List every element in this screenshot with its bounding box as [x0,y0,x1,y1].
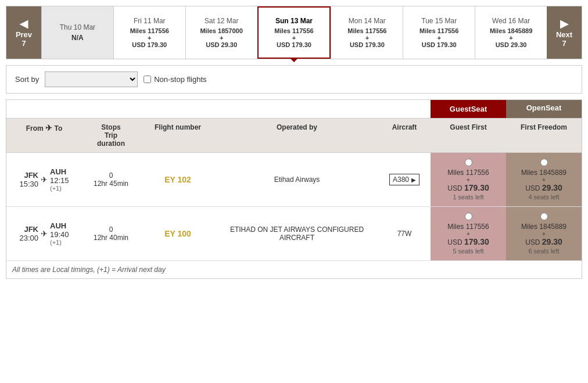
flight-num-1[interactable]: EY 102 [164,175,191,184]
duration-2: 12hr 40min [85,234,137,242]
open-usd-1: 29.30 [542,183,562,192]
date-sun13-label: Sun 13 Mar [275,17,313,25]
play-icon-1: ▶ [411,177,416,183]
date-cell-thu10[interactable]: Thu 10 Mar N/A [41,6,113,59]
guest-price-cell-1[interactable]: Miles 117556 + USD 179.30 1 seats left [431,153,506,206]
to-time-1: 12:15 [50,176,69,185]
operated-by-cell-1: Etihad Airways [216,171,378,188]
nonstop-label: Non-stop flights [154,75,206,84]
footnote: All times are Local timings, (+1) = Arri… [6,261,582,278]
date-wed16-price: Miles 1845889 + USD 29.30 [490,27,532,48]
date-mon14-label: Mon 14 Mar [349,17,386,25]
plus-2: + [434,231,503,237]
flight-number-cell-1: EY 102 [140,170,216,189]
date-fri11-price: Miles 117556 + USD 179.30 [130,27,169,48]
guest-usd-2: 179.30 [464,237,489,246]
header-operated-by: Operated by [216,119,378,152]
open-price-radio-1[interactable] [540,159,548,166]
prev-num: 7 [21,39,26,48]
departure-info-2: JFK 23:00 [19,225,38,242]
next-button[interactable]: ▶ Next 7 [547,6,582,59]
date-tue15-label: Tue 15 Mar [421,17,457,25]
aircraft-code-2: 77W [397,230,412,238]
header-from-to: From ✈ To [6,119,82,152]
departure-info-1: JFK 15:30 [19,171,38,188]
prev-arrow-icon: ◀ [20,17,28,30]
aircraft-badge-1[interactable]: A380 ▶ [389,174,420,185]
open-price-radio-2[interactable] [540,213,548,220]
flight-row-2: JFK 23:00 ✈ AUH 19:40 (+1) 0 12hr 40min … [6,207,582,261]
guest-seat-header: GuestSeat [431,100,506,118]
next-day-1: (+1) [50,185,69,192]
open-miles-2: Miles 1845889 [510,223,578,231]
header-guest-first: Guest First [431,119,506,152]
from-time-2: 23:00 [19,234,38,242]
date-tue15-price: Miles 117556 + USD 179.30 [420,27,458,48]
guest-seats-1: 1 seats left [434,194,503,201]
open-miles-1: Miles 1845889 [510,169,578,177]
header-aircraft: Aircraft [378,119,431,152]
sort-by-select[interactable] [45,71,138,87]
header-flight-number: Flight number [140,119,216,152]
plane-icon-2: ✈ [41,229,48,238]
guest-seats-2: 5 seats left [434,248,503,255]
guest-price-cell-2[interactable]: Miles 117556 + USD 179.30 5 seats left [431,207,506,260]
prev-button[interactable]: ◀ Prev 7 [6,6,41,59]
open-seat-header: OpenSeat [506,100,582,118]
flight-table: GuestSeat OpenSeat From ✈ To Stops Trip … [6,99,582,279]
next-label: Next [556,30,572,39]
date-wed16-label: Wed 16 Mar [492,17,530,25]
plus-open-1: + [510,177,578,183]
date-fri11-label: Fri 11 Mar [134,17,166,25]
plus-1: + [434,177,503,183]
column-headers: From ✈ To Stops Trip duration Flight num… [6,118,582,153]
stops-count-1: 0 [85,171,137,180]
to-airport-2: AUH [50,221,69,230]
date-mon14-price: Miles 117556 + USD 179.30 [347,27,386,48]
from-airport-1: JFK [19,171,38,180]
sort-bar: Sort by Non-stop flights [6,65,582,94]
from-time-1: 15:30 [19,180,38,188]
open-price-cell-2[interactable]: Miles 1845889 + USD 29.30 6 seats left [506,207,582,260]
date-cell-sun13[interactable]: Sun 13 Mar Miles 117556 + USD 179.30 [257,6,331,59]
from-airport-2: JFK [19,225,38,234]
from-to-cell-2: JFK 23:00 ✈ AUH 19:40 (+1) [6,217,82,250]
date-cell-sat12[interactable]: Sat 12 Mar Miles 1857000 + USD 29.30 [185,6,257,59]
duration-1: 12hr 45min [85,180,137,188]
to-airport-1: AUH [50,167,69,176]
date-thu10-price: N/A [71,34,84,42]
aircraft-cell-2: 77W [378,225,431,242]
guest-usd-1: 179.30 [464,183,489,192]
operated-by-cell-2: ETIHAD ON JET AIRWAYS CONFIGURED AIRCRAF… [216,221,378,246]
open-price-cell-1[interactable]: Miles 1845889 + USD 29.30 4 seats left [506,153,582,206]
guest-price-radio-2[interactable] [465,213,472,220]
nonstop-option: Non-stop flights [144,75,206,84]
header-first-freedom: First Freedom [506,119,582,152]
aircraft-code-1: A380 [393,176,409,184]
to-time-2: 19:40 [50,230,69,239]
guest-price-radio-1[interactable] [465,159,472,166]
stops-count-2: 0 [85,225,137,234]
arrival-info-2: AUH 19:40 (+1) [50,221,69,246]
guest-miles-1: Miles 117556 [434,169,503,177]
aircraft-cell-1: A380 ▶ [378,169,431,190]
date-cell-fri11[interactable]: Fri 11 Mar Miles 117556 + USD 179.30 [113,6,185,59]
open-seats-1: 4 seats left [510,194,578,201]
next-arrow-icon: ▶ [560,17,568,30]
flight-num-2[interactable]: EY 100 [164,229,191,238]
stops-cell-2: 0 12hr 40min [82,221,140,246]
date-cell-tue15[interactable]: Tue 15 Mar Miles 117556 + USD 179.30 [403,6,475,59]
open-seats-2: 6 seats left [510,248,578,255]
from-to-cell-1: JFK 15:30 ✈ AUH 12:15 (+1) [6,163,82,196]
header-stops: Stops Trip duration [82,119,140,152]
prev-label: Prev [16,30,32,39]
date-cell-mon14[interactable]: Mon 14 Mar Miles 117556 + USD 179.30 [331,6,403,59]
guest-miles-2: Miles 117556 [434,223,503,231]
date-thu10-label: Thu 10 Mar [60,23,95,31]
flight-number-cell-2: EY 100 [140,224,216,243]
sort-by-label: Sort by [15,75,39,84]
date-cell-wed16[interactable]: Wed 16 Mar Miles 1845889 + USD 29.30 [475,6,547,59]
date-sat12-price: Miles 1857000 + USD 29.30 [200,27,242,48]
nonstop-checkbox[interactable] [144,76,151,83]
date-sun13-price: Miles 117556 + USD 179.30 [274,27,313,48]
